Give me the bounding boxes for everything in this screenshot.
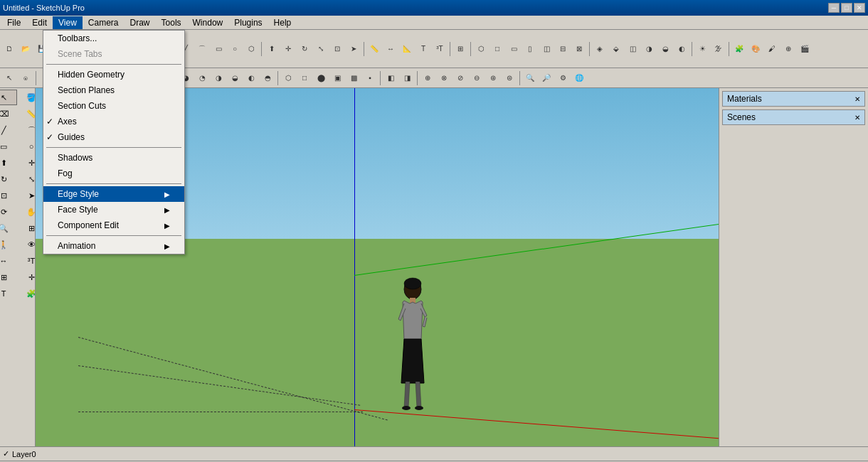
tool-zoom-ext[interactable]: ⊞ <box>18 220 36 236</box>
minimize-button[interactable]: ─ <box>828 3 840 13</box>
tb2-28[interactable]: ⊖ <box>469 70 485 86</box>
tb-view-right[interactable]: ▯ <box>522 41 538 57</box>
tool-section2[interactable]: ⊞ <box>0 269 17 285</box>
tb-rect[interactable]: ▭ <box>211 41 226 57</box>
tool-follow[interactable]: ➤ <box>18 188 36 203</box>
menu-edge-style[interactable]: Edge Style ▶ <box>43 186 184 202</box>
tb-follow-me[interactable]: ➤ <box>346 41 361 57</box>
tb2-25[interactable]: ⊕ <box>420 70 435 86</box>
tb-move[interactable]: ✛ <box>280 41 296 57</box>
tb-shadows-btn[interactable]: ☀ <box>694 41 710 57</box>
tool-axes2[interactable]: ✛ <box>18 269 36 285</box>
menu-edit[interactable]: Edit <box>26 16 53 29</box>
tb2-17[interactable]: ⬡ <box>280 70 296 86</box>
tb-scale[interactable]: ⤡ <box>313 41 329 57</box>
tool-pan2[interactable]: ✋ <box>18 204 36 220</box>
tb2-21[interactable]: ▩ <box>346 70 361 86</box>
tb2-30[interactable]: ⊜ <box>502 70 517 86</box>
tb-styles[interactable]: 🖌 <box>764 41 780 57</box>
tb-scenes[interactable]: 🎬 <box>797 41 813 57</box>
menu-section-cuts[interactable]: Section Cuts <box>43 98 184 114</box>
tool-move2[interactable]: ✛ <box>18 155 36 171</box>
scenes-panel[interactable]: Scenes ✕ <box>722 109 865 125</box>
tb-mono[interactable]: ◐ <box>674 41 689 57</box>
tb-rotate[interactable]: ↻ <box>297 41 312 57</box>
menu-face-style[interactable]: Face Style ▶ <box>43 202 184 217</box>
tb-protract[interactable]: 📐 <box>399 41 415 57</box>
menu-window[interactable]: Window <box>187 16 229 29</box>
tb-view-back[interactable]: ◫ <box>539 41 554 57</box>
menu-tools[interactable]: Tools <box>156 16 187 29</box>
menu-file[interactable]: File <box>1 16 26 29</box>
tb2-31[interactable]: 🔍 <box>522 70 538 86</box>
tb2-34[interactable]: 🌐 <box>571 70 587 86</box>
menu-section-planes[interactable]: Section Planes <box>43 82 184 98</box>
tb-shaded[interactable]: ◑ <box>641 41 657 57</box>
menu-draw[interactable]: Draw <box>125 16 156 29</box>
tool-text2[interactable]: T <box>0 286 17 301</box>
tb2-24[interactable]: ◨ <box>399 70 415 86</box>
tb2-22[interactable]: ▪ <box>362 70 378 86</box>
tb-hidden[interactable]: ◫ <box>625 41 640 57</box>
tb2-16[interactable]: ◓ <box>260 70 275 86</box>
tb-wire[interactable]: ⬙ <box>608 41 624 57</box>
menu-toolbars[interactable]: Toolbars... <box>43 31 184 46</box>
tb-fog-btn[interactable]: 🌫 <box>711 41 726 57</box>
scenes-close-icon[interactable]: ✕ <box>854 114 860 122</box>
materials-panel[interactable]: Materials ✕ <box>722 91 865 107</box>
tb2-1[interactable]: ↖ <box>1 70 17 86</box>
menu-view[interactable]: View <box>53 16 83 29</box>
tool-paint[interactable]: 🪣 <box>18 90 36 105</box>
tool-3dtext2[interactable]: ³T <box>18 253 36 269</box>
tb-offset[interactable]: ⊡ <box>329 41 345 57</box>
tool-orbit2[interactable]: ⟳ <box>0 204 17 220</box>
tb2-15[interactable]: ◐ <box>243 70 259 86</box>
tool-rect2[interactable]: ▭ <box>0 139 17 154</box>
tb2-20[interactable]: ▣ <box>329 70 345 86</box>
tb2-18[interactable]: □ <box>297 70 312 86</box>
menu-camera[interactable]: Camera <box>83 16 125 29</box>
tool-rotate2[interactable]: ↻ <box>0 171 17 187</box>
menu-guides[interactable]: ✓ Guides <box>43 129 184 145</box>
tb2-12[interactable]: ◔ <box>194 70 210 86</box>
tb-text[interactable]: T <box>416 41 431 57</box>
menu-plugins[interactable]: Plugins <box>228 16 268 29</box>
tb2-32[interactable]: 🔎 <box>539 70 554 86</box>
menu-animation[interactable]: Animation ▶ <box>43 238 184 254</box>
tb2-13[interactable]: ◑ <box>211 70 226 86</box>
tool-look-around[interactable]: 👁 <box>18 237 36 252</box>
tb-new[interactable]: 🗋 <box>1 41 17 57</box>
menu-shadows[interactable]: Shadows <box>43 150 184 166</box>
tb-materials[interactable]: 🎨 <box>748 41 763 57</box>
tool-offset2[interactable]: ⊡ <box>0 188 17 203</box>
tb-tape[interactable]: 📏 <box>366 41 382 57</box>
tb-arc[interactable]: ⌒ <box>194 41 210 57</box>
tb2-19[interactable]: ⬤ <box>313 70 329 86</box>
tool-zoom2[interactable]: 🔍 <box>0 220 17 236</box>
tb-textured[interactable]: ◒ <box>657 41 673 57</box>
tool-tape[interactable]: 📏 <box>18 106 36 122</box>
tool-select[interactable]: ↖ <box>0 90 17 105</box>
menu-component-edit[interactable]: Component Edit ▶ <box>43 217 184 233</box>
menu-help[interactable]: Help <box>268 16 297 29</box>
close-button[interactable]: ✕ <box>854 3 865 13</box>
tb-view-iso[interactable]: ⬡ <box>473 41 489 57</box>
tool-line[interactable]: ╱ <box>0 122 17 138</box>
tool-component[interactable]: 🧩 <box>18 286 36 301</box>
tb-push-pull[interactable]: ⬆ <box>264 41 280 57</box>
tb2-29[interactable]: ⊛ <box>485 70 501 86</box>
tool-dim2[interactable]: ↔ <box>0 253 17 269</box>
tb-view-top[interactable]: □ <box>489 41 505 57</box>
tb-dim[interactable]: ↔ <box>383 41 398 57</box>
tb-open[interactable]: 📂 <box>18 41 33 57</box>
menu-hidden-geometry[interactable]: Hidden Geometry <box>43 67 184 82</box>
tb2-23[interactable]: ◧ <box>383 70 398 86</box>
materials-close-icon[interactable]: ✕ <box>854 95 860 103</box>
menu-axes[interactable]: ✓ Axes <box>43 114 184 129</box>
tool-push[interactable]: ⬆ <box>0 155 17 171</box>
tb-circle[interactable]: ○ <box>227 41 243 57</box>
tool-circle2[interactable]: ○ <box>18 139 36 154</box>
tb-view-left[interactable]: ⊟ <box>555 41 571 57</box>
tb-polygon[interactable]: ⬡ <box>243 41 259 57</box>
tb2-26[interactable]: ⊗ <box>436 70 452 86</box>
